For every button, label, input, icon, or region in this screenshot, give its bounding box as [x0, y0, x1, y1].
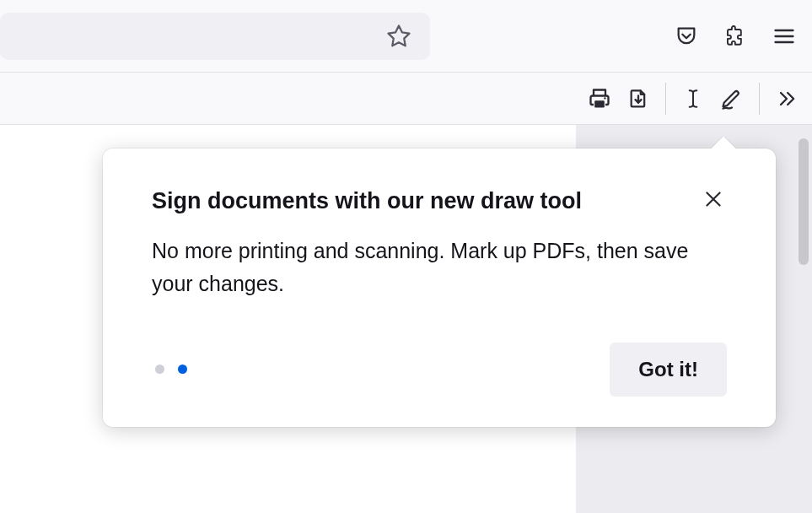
step-dot-active[interactable] — [178, 364, 187, 374]
bookmark-star-icon[interactable] — [386, 24, 411, 49]
popover-title: Sign documents with our new draw tool — [152, 187, 582, 214]
toolbar-divider — [759, 83, 760, 115]
chrome-right-icons — [674, 24, 797, 49]
extensions-icon[interactable] — [723, 24, 748, 49]
feature-popover: Sign documents with our new draw tool No… — [103, 148, 776, 427]
download-icon[interactable] — [623, 84, 653, 114]
popover-footer: Got it! — [152, 343, 727, 397]
pocket-icon[interactable] — [674, 24, 699, 49]
svg-marker-0 — [389, 25, 410, 46]
step-dot[interactable] — [155, 364, 164, 374]
scrollbar-thumb[interactable] — [799, 138, 809, 265]
hamburger-menu-icon[interactable] — [772, 24, 797, 49]
toolbar-divider — [665, 83, 666, 115]
got-it-button[interactable]: Got it! — [610, 343, 727, 397]
svg-rect-4 — [594, 100, 605, 107]
browser-chrome — [0, 0, 812, 73]
chevron-double-right-icon[interactable] — [772, 84, 802, 114]
popover-body: No more printing and scanning. Mark up P… — [152, 235, 725, 300]
close-button[interactable] — [700, 186, 727, 213]
url-bar[interactable] — [0, 13, 430, 60]
draw-pencil-icon[interactable] — [717, 84, 747, 114]
print-icon[interactable] — [584, 84, 615, 114]
step-dots — [155, 364, 187, 374]
popover-arrow — [712, 137, 735, 148]
close-icon — [702, 188, 724, 210]
svg-point-5 — [604, 97, 605, 99]
text-cursor-icon[interactable] — [678, 84, 708, 114]
pdf-toolbar — [0, 73, 812, 125]
popover-header: Sign documents with our new draw tool — [152, 187, 727, 214]
